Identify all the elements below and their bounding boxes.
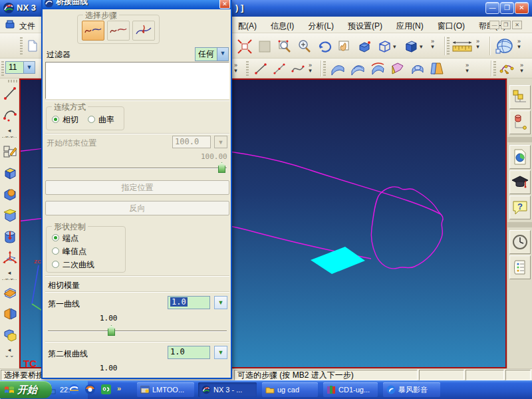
toolbar-drag-handle[interactable]	[323, 61, 326, 76]
toolbar-drag-handle[interactable]	[20, 37, 23, 55]
pan-view-button[interactable]	[335, 37, 353, 55]
toolbar-drag-handle[interactable]	[246, 61, 249, 76]
menu-file[interactable]: 文件	[18, 19, 37, 33]
point-overflow[interactable]: »▾	[520, 63, 523, 73]
hole-button[interactable]	[1, 227, 18, 246]
zoom-region-button[interactable]	[275, 37, 293, 55]
step-shape-button[interactable]	[132, 21, 155, 41]
profile-curve-loop[interactable]	[371, 187, 443, 269]
window-restore-button[interactable]: ❐	[500, 2, 514, 14]
bridge-curve-dialog[interactable]: 桥接曲线 ✕ 选择步骤 过滤器 任何 ▼ 连续方式 相切 曲率 开始/结束位置	[41, 0, 232, 379]
layer-dropdown-arrow[interactable]: ▼	[24, 61, 35, 74]
surface-overflow[interactable]: »▾	[466, 63, 469, 73]
quick-launch-browser[interactable]	[68, 383, 80, 396]
task-storm-player[interactable]: 暴风影音	[383, 382, 440, 397]
split-body-button[interactable]	[1, 305, 18, 323]
second-curve-spin-button[interactable]: ▼	[214, 346, 227, 359]
through-curves-button[interactable]	[348, 60, 367, 77]
window-minimize-button[interactable]: —	[485, 2, 499, 14]
ruled-surface-button[interactable]	[329, 60, 347, 77]
toolbar2-overflow-left[interactable]: »▾	[234, 63, 237, 73]
tangent-radio-label[interactable]: 相切	[63, 114, 78, 126]
window-close-button[interactable]: ✕	[515, 2, 529, 14]
shaded-dropdown-arrow[interactable]: ▾	[420, 44, 423, 49]
extrude-button[interactable]	[1, 164, 18, 182]
zoom-disabled-button[interactable]	[255, 37, 273, 55]
child-close-button[interactable]: ✕	[512, 21, 522, 29]
tangent-radio[interactable]	[52, 116, 59, 123]
task-nx3[interactable]: NX 3 - ...	[198, 382, 257, 397]
spline-button[interactable]	[289, 60, 307, 77]
zoom-in-out-button[interactable]	[295, 37, 313, 55]
menu-information[interactable]: 信息(I)	[269, 19, 295, 33]
conic-radio-label[interactable]: 二次曲线	[63, 259, 94, 271]
section-surface-button[interactable]	[388, 60, 407, 77]
start-button[interactable]: 开始	[0, 381, 52, 398]
selection-list[interactable]	[45, 62, 229, 99]
history-button[interactable]	[509, 230, 531, 254]
peak-radio[interactable]	[52, 247, 59, 255]
first-curve-slider-thumb[interactable]	[108, 325, 115, 336]
measure-overflow[interactable]: »▾	[476, 39, 479, 49]
roles-overflow[interactable]: »▾	[517, 39, 521, 49]
shaded-display-button[interactable]	[402, 37, 420, 55]
curve-overflow[interactable]: »▾	[309, 63, 312, 73]
fit-view-button[interactable]	[235, 37, 253, 55]
menu-window[interactable]: 窗口(O)	[436, 19, 466, 33]
toolbar-drag-handle[interactable]	[447, 37, 450, 55]
assembly-navigator-button[interactable]	[509, 85, 531, 109]
curvature-radio-label[interactable]: 曲率	[98, 114, 114, 126]
draft-surface-button[interactable]	[428, 60, 447, 77]
preview-button[interactable]	[509, 145, 531, 169]
specify-position-button[interactable]: 指定位置	[45, 180, 229, 195]
start-end-slider[interactable]	[48, 168, 227, 169]
swept-surface-button[interactable]	[368, 60, 387, 77]
toolbar1-overflow[interactable]: »▾	[431, 39, 434, 49]
quick-launch-media-player[interactable]	[84, 383, 96, 396]
polyline-button[interactable]	[270, 60, 288, 77]
start-end-spin-button[interactable]: ▼	[214, 136, 227, 148]
task-ug-cad-folder[interactable]: ug cad	[262, 382, 318, 397]
task-lmtools[interactable]: LMTOO...	[137, 382, 194, 397]
step-first-curve-button[interactable]	[82, 21, 104, 41]
curvature-radio[interactable]	[88, 116, 95, 123]
step-second-curve-button[interactable]	[107, 21, 130, 41]
datum-csys-button[interactable]	[1, 249, 18, 267]
measure-button[interactable]	[451, 37, 473, 55]
datum-plane-button[interactable]	[1, 206, 18, 225]
part-navigator-button[interactable]	[509, 110, 531, 134]
first-curve-input[interactable]: 1.0	[168, 296, 210, 309]
child-minimize-button[interactable]: —	[489, 21, 499, 29]
unite-button[interactable]	[1, 185, 18, 203]
menu-analysis[interactable]: 分析(L)	[307, 19, 335, 33]
trim-body-button[interactable]	[1, 283, 18, 302]
filter-dropdown-arrow[interactable]: ▼	[217, 47, 229, 61]
quick-launch-messenger[interactable]	[100, 383, 112, 396]
sketch-button[interactable]	[1, 142, 18, 161]
menu-application[interactable]: 应用(N)	[395, 19, 425, 33]
start-end-slider-thumb[interactable]	[218, 162, 225, 173]
wireframe-display-button[interactable]	[375, 37, 393, 55]
tutorials-button[interactable]	[509, 170, 531, 194]
reverse-button[interactable]: 反向	[45, 201, 229, 215]
roles-button[interactable]	[493, 36, 515, 56]
line-tool-button[interactable]	[1, 84, 18, 102]
wireframe-dropdown-arrow[interactable]: ▾	[393, 44, 396, 49]
point-set-button[interactable]	[497, 60, 516, 77]
refresh-view-button[interactable]	[355, 37, 373, 55]
arc-tool-button[interactable]	[1, 105, 18, 124]
dialog-close-button[interactable]: ✕	[219, 0, 230, 9]
palettes-button[interactable]	[509, 255, 531, 279]
filter-combo[interactable]: 任何 ▼	[195, 47, 229, 61]
line-button[interactable]	[251, 60, 269, 77]
feature-operation-expander[interactable]: ◂ ⌄⌄	[3, 347, 16, 358]
endpoint-radio[interactable]	[52, 234, 59, 241]
first-curve-slider[interactable]	[48, 331, 227, 332]
start-end-input[interactable]: 100.0	[172, 136, 211, 148]
menu-preferences[interactable]: 预设置(P)	[346, 19, 384, 33]
quick-launch-overflow[interactable]: »	[117, 384, 121, 392]
first-curve-spin-button[interactable]: ▼	[214, 296, 227, 309]
second-curve-input[interactable]: 1.0	[168, 346, 210, 359]
help-button[interactable]: ?	[509, 196, 531, 219]
peak-radio-label[interactable]: 峰值点	[63, 246, 86, 257]
